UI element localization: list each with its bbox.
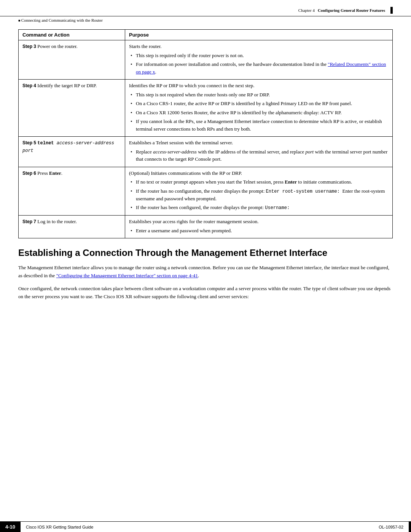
list-item: On a Cisco CRS-1 router, the active RP o…	[129, 100, 389, 107]
step-label: Step 7	[22, 219, 37, 224]
command-cell: Step 7 Log in to the router.	[19, 216, 125, 238]
page-header: Chapter 4 Configuring General Router Fea…	[0, 0, 411, 16]
purpose-intro: Starts the router.	[129, 43, 389, 50]
step-command: Power on the router.	[37, 43, 77, 49]
step-command: Identify the target RP or DRP.	[37, 83, 97, 88]
list-item: Replace access-server-address with the I…	[129, 148, 389, 163]
command-cell: Step 6 Press Enter.	[19, 167, 125, 216]
bullet-list: Replace access-server-address with the I…	[129, 148, 389, 163]
list-item: If the router has been configured, the r…	[129, 204, 389, 211]
page-footer: 4-10 Cisco IOS XR Getting Started Guide …	[0, 521, 411, 532]
header-bar-decoration	[390, 7, 393, 14]
step-label: Step 5	[22, 140, 37, 145]
list-item: This step is required only if the router…	[129, 52, 389, 59]
section-link[interactable]: "Configuring the Management Ethernet Int…	[56, 273, 198, 278]
purpose-cell: Establishes your access rights for the r…	[125, 216, 393, 238]
list-item: For information on power installation an…	[129, 61, 389, 75]
purpose-intro: Establishes your access rights for the r…	[129, 218, 389, 225]
breadcrumb: Connecting and Communicating with the Ro…	[0, 16, 411, 26]
bullet-list: This step is required only if the router…	[129, 52, 389, 76]
purpose-intro: Identifies the RP or DRP to which you co…	[129, 82, 389, 89]
page-number: 4-10	[0, 522, 21, 532]
list-item: If the router has no configuration, the …	[129, 187, 389, 203]
bullet-list: This step is not required when the route…	[129, 91, 389, 133]
chapter-label: Chapter 4	[298, 8, 315, 13]
section-para1: The Management Ethernet interface allows…	[18, 264, 393, 280]
bullet-list: Enter a username and password when promp…	[129, 227, 389, 235]
command-cell: Step 4 Identify the target RP or DRP.	[19, 80, 125, 137]
command-cell: Step 5 telnet access-server-address port	[19, 137, 125, 167]
table-row: Step 4 Identify the target RP or DRP.Ide…	[19, 80, 393, 137]
step-command: Press Enter.	[37, 170, 62, 176]
list-item: On a Cisco XR 12000 Series Router, the a…	[129, 109, 389, 117]
table-row: Step 3 Power on the router.Starts the ro…	[19, 40, 393, 80]
step-label: Step 4	[22, 83, 37, 88]
step-label: Step 6	[22, 171, 37, 176]
table-row: Step 6 Press Enter.(Optional) Initiates …	[19, 167, 393, 216]
purpose-cell: Establishes a Telnet session with the te…	[125, 137, 393, 167]
col-header-purpose: Purpose	[125, 30, 393, 40]
purpose-cell: (Optional) Initiates communications with…	[125, 167, 393, 216]
list-item: This step is not required when the route…	[129, 91, 389, 99]
purpose-intro: (Optional) Initiates communications with…	[129, 169, 389, 177]
table-row: Step 7 Log in to the router.Establishes …	[19, 216, 393, 238]
header-title: Configuring General Router Features	[318, 8, 385, 13]
step-command: Log in to the router.	[37, 219, 77, 224]
purpose-cell: Starts the router.This step is required …	[125, 40, 393, 80]
footer-doc-num: OL-10957-02	[373, 522, 409, 532]
main-content: Command or Action Purpose Step 3 Power o…	[0, 26, 411, 314]
section-heading: Establishing a Connection Through the Ma…	[18, 248, 393, 259]
purpose-cell: Identifies the RP or DRP to which you co…	[125, 80, 393, 137]
list-item: Enter a username and password when promp…	[129, 227, 389, 235]
related-docs-link[interactable]: "Related Documents" section on page x	[136, 61, 386, 75]
step-label: Step 3	[22, 44, 37, 49]
col-header-command: Command or Action	[19, 30, 125, 40]
command-cell: Step 3 Power on the router.	[19, 40, 125, 80]
list-item: If you cannot look at the RPs, use a Man…	[129, 118, 389, 133]
list-item: If no text or router prompt appears when…	[129, 178, 389, 186]
footer-bar-decoration	[409, 522, 411, 532]
table-row: Step 5 telnet access-server-address port…	[19, 137, 393, 167]
bullet-list: If no text or router prompt appears when…	[129, 178, 389, 211]
section-para2: Once configured, the network connection …	[18, 285, 393, 301]
procedure-table: Command or Action Purpose Step 3 Power o…	[18, 29, 393, 238]
footer-doc-title: Cisco IOS XR Getting Started Guide	[21, 522, 373, 532]
purpose-intro: Establishes a Telnet session with the te…	[129, 139, 389, 147]
